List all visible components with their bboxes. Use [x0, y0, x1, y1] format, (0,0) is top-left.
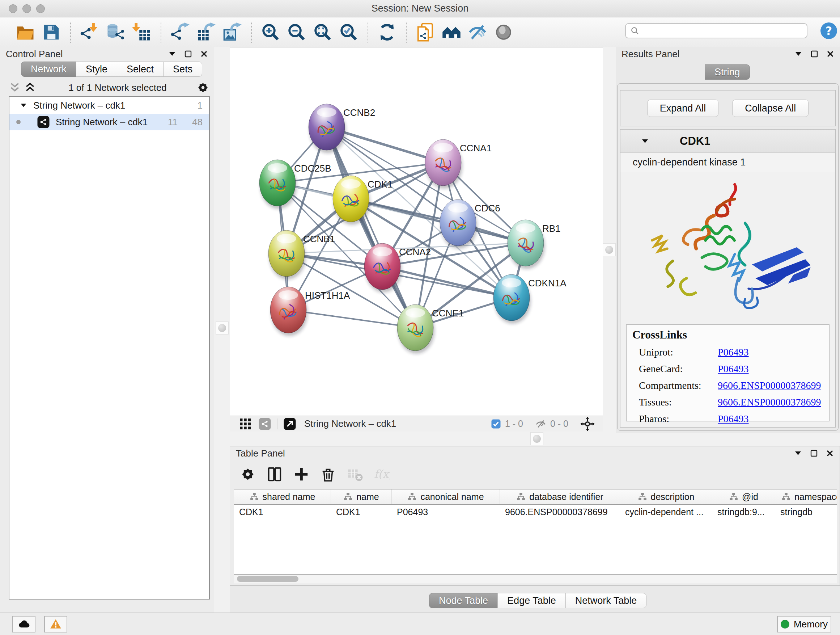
table-cell[interactable]: stringdb [775, 505, 837, 519]
cloud-status-button[interactable] [12, 616, 35, 632]
table-cell[interactable]: cyclin-dependent ... [620, 505, 712, 519]
tab-select[interactable]: Select [117, 62, 164, 77]
table-cell[interactable]: P06493 [392, 505, 500, 519]
network-node-CCNB2[interactable]: CCNB2 [309, 104, 375, 153]
crosslink-link[interactable]: P06493 [718, 413, 749, 424]
horizontal-splitter[interactable] [230, 432, 840, 446]
tab-style[interactable]: Style [76, 62, 117, 77]
crosslink-link[interactable]: 9606.ENSP00000378699 [718, 396, 821, 408]
table-cell[interactable]: CDK1 [234, 505, 331, 519]
right-splitter-handle[interactable] [603, 243, 616, 256]
network-node-CCNA1[interactable]: CCNA1 [425, 139, 492, 188]
network-node-CCNE1[interactable]: CCNE1 [397, 304, 464, 354]
tab-sets[interactable]: Sets [163, 62, 202, 77]
hide-glass-button[interactable] [466, 21, 489, 43]
network-node-RB1[interactable]: RB1 [508, 220, 561, 269]
network-node-CDKN1A[interactable]: CDKN1A [493, 274, 567, 324]
import-network-file-button[interactable] [79, 21, 101, 43]
string-import-button[interactable] [414, 21, 437, 43]
zoom-fit-button[interactable] [311, 21, 334, 43]
tab-node-table[interactable]: Node Table [429, 593, 498, 608]
open-session-button[interactable] [14, 21, 36, 43]
tab-network-table[interactable]: Network Table [565, 593, 647, 608]
right-splitter[interactable] [603, 47, 616, 433]
zoom-out-button[interactable] [286, 21, 308, 43]
toggle-columns-button[interactable] [265, 464, 284, 484]
panel-close-icon[interactable] [825, 448, 835, 458]
hidden-eye-icon[interactable] [535, 418, 546, 430]
table-row[interactable]: CDK1CDK1P064939606.ENSP00000378699cyclin… [234, 505, 837, 519]
fit-selection-icon[interactable] [580, 417, 595, 431]
table-cell[interactable]: CDK1 [331, 505, 392, 519]
table-cell[interactable]: stringdb:9... [712, 505, 775, 519]
column-header-namespace[interactable]: namespace [775, 489, 837, 504]
search-box[interactable] [625, 23, 807, 38]
expand-all-networks-icon[interactable] [24, 81, 36, 94]
table-horizontal-scrollbar[interactable] [234, 575, 837, 584]
table-settings-button[interactable] [238, 464, 257, 484]
delete-column-button[interactable] [318, 464, 338, 484]
import-network-database-button[interactable] [104, 21, 127, 43]
column-header-shared-name[interactable]: shared name [234, 489, 331, 504]
network-node-CDK1[interactable]: CDK1 [333, 176, 393, 225]
crosslink-link[interactable]: 9606.ENSP00000378699 [718, 380, 821, 391]
search-input[interactable] [643, 26, 803, 36]
panel-float-icon[interactable] [809, 448, 819, 458]
horizontal-splitter-handle[interactable] [531, 432, 543, 445]
add-column-button[interactable] [292, 464, 311, 484]
export-network-button[interactable] [169, 21, 191, 43]
scrollbar-thumb[interactable] [237, 576, 298, 582]
panel-menu-icon[interactable] [793, 448, 803, 458]
network-options-gear-icon[interactable] [196, 81, 210, 95]
warnings-button[interactable] [44, 616, 67, 632]
network-birdseye-icon[interactable] [258, 417, 271, 431]
network-row-selected[interactable]: String Network – cdk1 11 48 [9, 114, 209, 130]
network-node-CDC6[interactable]: CDC6 [440, 200, 500, 249]
network-graph[interactable]: CCNB2CCNA1CDC25BCDK1CDC6RB1CCNB1CCNA2CDK… [230, 48, 603, 416]
tab-string[interactable]: String [705, 65, 750, 80]
network-collection-row[interactable]: String Network – cdk1 1 [9, 97, 209, 114]
expand-all-button[interactable]: Expand All [647, 100, 719, 117]
left-splitter-handle[interactable] [216, 321, 229, 334]
save-session-button[interactable] [40, 21, 63, 43]
zoom-selected-button[interactable] [338, 21, 360, 43]
crosslink-link[interactable]: P06493 [718, 363, 749, 375]
column-header-name[interactable]: name [331, 489, 392, 504]
crosslink-link[interactable]: P06493 [718, 347, 749, 358]
column-header-@id[interactable]: @id [712, 489, 775, 504]
selected-checkbox-icon[interactable] [491, 418, 501, 429]
protein-card-header[interactable]: CDK1 [621, 130, 835, 153]
help-button[interactable]: ? [820, 22, 838, 40]
panel-float-icon[interactable] [183, 49, 193, 59]
export-table-button[interactable] [195, 21, 218, 43]
panel-menu-icon[interactable] [167, 49, 177, 59]
import-table-button[interactable] [131, 21, 153, 43]
table-cell[interactable]: 9606.ENSP00000378699 [500, 505, 620, 519]
panel-menu-icon[interactable] [794, 49, 803, 59]
protein-expander-icon[interactable] [641, 137, 649, 146]
zoom-in-button[interactable] [259, 21, 282, 43]
column-header-description[interactable]: description [620, 489, 712, 504]
network-canvas[interactable]: CCNB2CCNA1CDC25BCDK1CDC6RB1CCNB1CCNA2CDK… [230, 48, 603, 416]
collapse-all-button[interactable]: Collapse All [732, 100, 808, 117]
detach-view-icon[interactable] [283, 417, 296, 431]
tab-edge-table[interactable]: Edge Table [497, 593, 566, 608]
panel-close-icon[interactable] [199, 49, 209, 59]
left-splitter[interactable] [214, 47, 230, 613]
panel-close-icon[interactable] [826, 49, 835, 59]
show-grid-icon[interactable] [239, 417, 252, 431]
memory-button[interactable]: Memory [777, 616, 831, 632]
network-node-CCNB1[interactable]: CCNB1 [268, 230, 335, 279]
network-node-HIST1H1A[interactable]: HIST1H1A [270, 287, 350, 336]
refresh-button[interactable] [376, 21, 398, 43]
export-image-button[interactable] [221, 21, 243, 43]
show-glass-button[interactable] [493, 21, 515, 43]
collapse-all-networks-icon[interactable] [9, 81, 21, 94]
column-header-database-identifier[interactable]: database identifier [500, 489, 620, 504]
panel-float-icon[interactable] [810, 49, 819, 59]
column-header-canonical-name[interactable]: canonical name [392, 489, 500, 504]
string-home-button[interactable] [440, 21, 463, 43]
tree-expander-icon[interactable] [19, 101, 27, 109]
tab-network[interactable]: Network [21, 62, 76, 77]
network-node-CCNA2[interactable]: CCNA2 [364, 243, 431, 293]
